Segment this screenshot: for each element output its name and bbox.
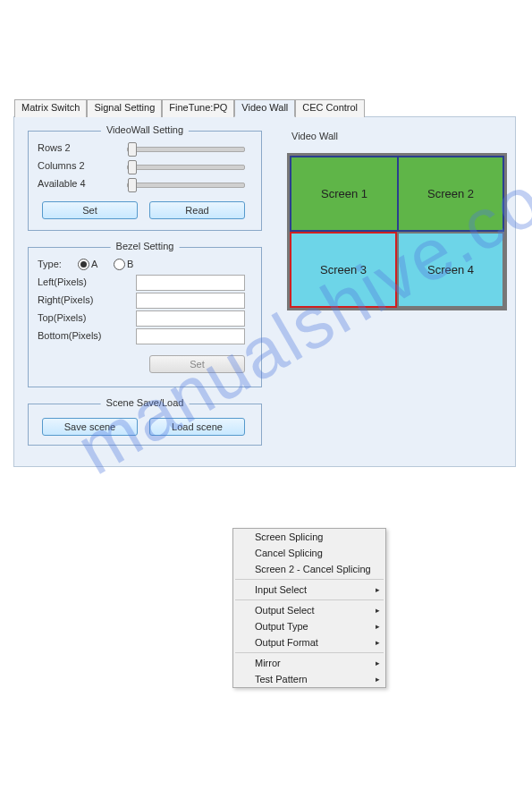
menu-test-pattern[interactable]: Test Pattern▸ [233,671,385,687]
scene-group: Scene Save/Load Save scene Load scene [28,404,262,446]
menu-input-select[interactable]: Input Select▸ [233,582,385,598]
menu-output-select[interactable]: Output Select▸ [233,602,385,618]
radio-b-label: B [127,259,133,269]
tab-cec-control[interactable]: CEC Control [295,99,365,117]
screen-1[interactable]: Screen 1 [290,156,397,232]
set-button[interactable]: Set [42,201,138,219]
screen-4[interactable]: Screen 4 [397,232,504,308]
videowall-setting-group: VideoWall Setting Rows 2 Columns 2 Avail… [28,131,262,231]
rows-slider[interactable] [127,147,245,152]
menu-separator [235,579,384,580]
tab-signal-setting[interactable]: Signal Setting [87,99,162,117]
columns-slider[interactable] [127,165,245,170]
load-scene-button[interactable]: Load scene [149,418,245,436]
type-label: Type: [38,259,62,269]
available-slider[interactable] [127,183,245,188]
radio-b[interactable] [114,259,125,270]
chevron-right-icon: ▸ [376,622,380,631]
available-label: Available 4 [38,178,86,189]
radio-a-label: A [91,259,97,269]
left-pixels-label: Left(Pixels) [38,276,87,287]
videowall-grid: Screen 1 Screen 2 Screen 3 Screen 4 [287,153,507,310]
top-pixels-label: Top(Pixels) [38,312,86,323]
menu-separator [235,652,384,653]
right-pixels-label: Right(Pixels) [38,294,93,305]
chevron-right-icon: ▸ [376,638,380,647]
save-scene-button[interactable]: Save scene [42,418,138,436]
rows-label: Rows 2 [38,142,71,153]
menu-output-format[interactable]: Output Format▸ [233,634,385,650]
chevron-right-icon: ▸ [376,585,380,594]
radio-a[interactable] [78,259,89,270]
tab-finetune-pq[interactable]: FineTune:PQ [162,99,234,117]
left-pixels-input[interactable] [136,275,245,291]
splicing-divider [397,157,398,230]
menu-screen-splicing[interactable]: Screen Splicing [233,529,385,545]
context-menu: Screen Splicing Cancel Splicing Screen 2… [232,528,386,688]
menu-cancel-splicing[interactable]: Cancel Splicing [233,545,385,561]
screen-2[interactable]: Screen 2 [397,156,504,232]
bezel-setting-title: Bezel Setting [111,241,180,251]
menu-output-type[interactable]: Output Type▸ [233,618,385,634]
chevron-right-icon: ▸ [376,659,380,667]
columns-label: Columns 2 [38,160,85,171]
tab-video-wall[interactable]: Video Wall [234,99,295,117]
main-panel: Matrix Switch Signal Setting FineTune:PQ… [13,116,516,467]
chevron-right-icon: ▸ [376,606,380,615]
bezel-setting-group: Bezel Setting Type: A B Left(Pixels) Rig… [28,247,262,387]
bottom-pixels-label: Bottom(Pixels) [38,330,102,341]
menu-mirror[interactable]: Mirror▸ [233,655,385,671]
bezel-set-button[interactable]: Set [149,355,245,373]
videowall-preview-title: Video Wall [291,131,338,141]
bottom-pixels-input[interactable] [136,328,245,344]
chevron-right-icon: ▸ [376,675,380,684]
right-pixels-input[interactable] [136,293,245,309]
videowall-setting-title: VideoWall Setting [101,124,189,135]
screen-3[interactable]: Screen 3 [290,232,397,308]
menu-separator [235,599,384,600]
tab-matrix-switch[interactable]: Matrix Switch [14,99,87,117]
read-button[interactable]: Read [149,201,245,219]
tabs-bar: Matrix Switch Signal Setting FineTune:PQ… [14,99,365,117]
top-pixels-input[interactable] [136,310,245,327]
menu-screen2-cancel[interactable]: Screen 2 - Cancel Splicing [233,561,385,577]
scene-title: Scene Save/Load [101,397,190,408]
